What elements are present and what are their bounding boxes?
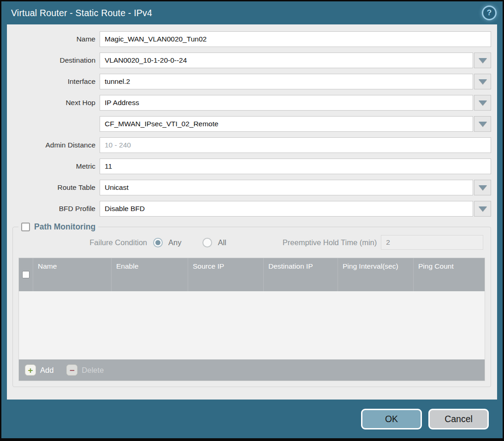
table-body-empty[interactable] — [19, 291, 485, 359]
chevron-down-icon — [479, 185, 487, 190]
interface-dropdown-button[interactable] — [474, 74, 491, 89]
destination-label: Destination — [7, 56, 100, 65]
chevron-down-icon — [479, 122, 487, 127]
radio-dot-icon — [155, 240, 160, 245]
chevron-down-icon — [479, 79, 487, 84]
destination-input[interactable] — [100, 53, 473, 68]
destination-dropdown-button[interactable] — [474, 53, 491, 68]
add-button[interactable]: + Add — [25, 365, 53, 376]
path-monitoring-title: Path Monitoring — [34, 222, 95, 232]
help-icon[interactable]: ? — [483, 7, 495, 19]
next-hop-address-input[interactable] — [100, 116, 473, 132]
failure-condition-any-label: Any — [168, 238, 181, 247]
preemptive-hold-time-input[interactable] — [381, 235, 483, 250]
failure-condition-label: Failure Condition — [18, 238, 153, 247]
metric-label: Metric — [7, 162, 100, 171]
next-hop-type-input[interactable] — [100, 95, 473, 111]
admin-distance-row: Admin Distance — [7, 137, 491, 153]
bfd-profile-dropdown-button[interactable] — [474, 201, 491, 217]
route-table-dropdown-button[interactable] — [474, 180, 491, 195]
bfd-profile-input[interactable] — [100, 201, 473, 217]
next-hop-label: Next Hop — [7, 99, 100, 107]
bfd-profile-label: BFD Profile — [7, 205, 100, 213]
column-header-ping-count[interactable]: Ping Count — [414, 258, 485, 291]
path-monitoring-section: Path Monitoring Failure Condition Any Al… — [12, 222, 491, 387]
column-header-destination-ip[interactable]: Destination IP — [264, 258, 338, 291]
delete-button-label: Delete — [82, 366, 104, 375]
table-header-row: Name Enable Source IP Destination IP Pin… — [19, 258, 485, 291]
path-monitoring-legend: Path Monitoring — [18, 222, 98, 232]
dialog-footer: OK Cancel — [1, 400, 503, 438]
admin-distance-label: Admin Distance — [7, 141, 100, 149]
destination-row: Destination — [7, 53, 491, 68]
delete-button[interactable]: − Delete — [66, 365, 104, 376]
interface-input[interactable] — [100, 74, 473, 89]
preemptive-hold-time-label: Preemptive Hold Time (min) — [283, 238, 377, 247]
failure-condition-any-radio[interactable] — [153, 238, 163, 247]
interface-row: Interface — [7, 74, 491, 89]
next-hop-type-dropdown-button[interactable] — [474, 95, 491, 111]
chevron-down-icon — [479, 100, 487, 106]
help-icon-glyph: ? — [487, 8, 492, 18]
column-header-enable[interactable]: Enable — [112, 258, 188, 291]
delete-minus-icon: − — [66, 365, 77, 376]
route-table-input[interactable] — [100, 180, 473, 195]
interface-label: Interface — [7, 77, 100, 86]
route-table-label: Route Table — [7, 183, 100, 192]
chevron-down-icon — [479, 206, 487, 212]
ok-button[interactable]: OK — [361, 409, 422, 429]
chevron-down-icon — [479, 58, 487, 63]
static-route-dialog: Virtual Router - Static Route - IPv4 ? N… — [0, 0, 504, 441]
radio-dot-icon — [205, 240, 210, 245]
path-monitoring-checkbox[interactable] — [21, 223, 30, 231]
column-header-source-ip[interactable]: Source IP — [188, 258, 264, 291]
failure-condition-all-label: All — [218, 238, 226, 247]
route-table-row: Route Table — [7, 180, 491, 195]
add-button-label: Add — [40, 366, 53, 375]
bfd-profile-row: BFD Profile — [7, 201, 491, 217]
dialog-body: Name Destination Interface — [7, 24, 497, 400]
select-all-checkbox[interactable] — [22, 271, 30, 278]
metric-row: Metric — [7, 159, 491, 174]
title-bar: Virtual Router - Static Route - IPv4 ? — [1, 1, 503, 24]
metric-input[interactable] — [100, 159, 491, 174]
name-input[interactable] — [100, 31, 491, 47]
path-monitoring-table: Name Enable Source IP Destination IP Pin… — [18, 258, 485, 381]
next-hop-address-row — [7, 116, 491, 132]
admin-distance-input[interactable] — [100, 137, 491, 153]
column-header-name[interactable]: Name — [33, 258, 112, 291]
table-footer-bar: + Add − Delete — [19, 359, 485, 381]
next-hop-address-dropdown-button[interactable] — [474, 116, 491, 132]
table-header-checkbox-cell — [19, 258, 33, 291]
name-row: Name — [7, 31, 491, 47]
column-header-ping-interval[interactable]: Ping Interval(sec) — [338, 258, 414, 291]
next-hop-row: Next Hop — [7, 95, 491, 111]
failure-condition-all-radio[interactable] — [202, 238, 212, 247]
name-label: Name — [7, 35, 100, 43]
cancel-button[interactable]: Cancel — [428, 409, 489, 429]
add-plus-icon: + — [25, 365, 36, 376]
dialog-title: Virtual Router - Static Route - IPv4 — [11, 8, 483, 18]
failure-condition-row: Failure Condition Any All Preemptive Hol… — [18, 235, 485, 250]
